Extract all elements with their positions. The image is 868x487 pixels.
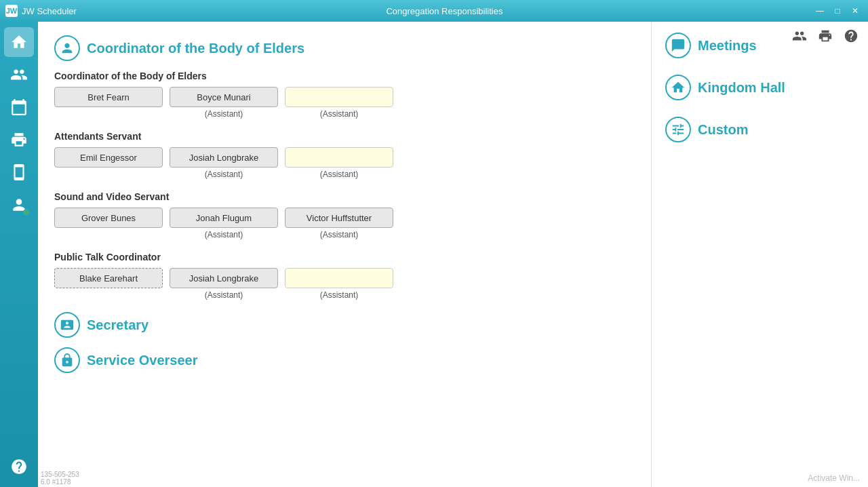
activate-windows: Activate Win... bbox=[808, 473, 860, 483]
attendants-assistant1-label: (Assistant) bbox=[205, 170, 243, 179]
sound-assistant1-label: (Assistant) bbox=[205, 230, 243, 239]
sidebar-item-home[interactable] bbox=[4, 27, 34, 57]
coordinator-assistant2-btn[interactable] bbox=[285, 87, 393, 107]
sidebar-item-help[interactable] bbox=[4, 452, 34, 482]
titlebar: JW JW Scheduler Congregation Responsibil… bbox=[0, 0, 868, 22]
sound-assistant1-btn[interactable]: Jonah Flugum bbox=[170, 208, 278, 228]
content-area: Coordinator of the Body of Elders Coordi… bbox=[38, 22, 868, 487]
people-icon bbox=[10, 66, 28, 83]
meetings-icon bbox=[665, 33, 691, 58]
coordinator-assistant1-label: (Assistant) bbox=[205, 109, 243, 119]
public-primary-btn[interactable]: Blake Earehart bbox=[54, 268, 163, 288]
role-attendants: Attendants Servant Emil Engessor Josiah … bbox=[54, 131, 635, 179]
sound-primary-cell: Grover Bunes bbox=[54, 208, 163, 228]
role-public-talk-label: Public Talk Coordinator bbox=[54, 252, 635, 262]
close-button[interactable]: ✕ bbox=[848, 3, 863, 18]
mobile-icon bbox=[10, 163, 28, 181]
attendants-assistant1-cell: Josiah Longbrake (Assistant) bbox=[170, 147, 278, 179]
kingdom-hall-title: Kingdom Hall bbox=[698, 80, 785, 96]
kingdom-hall-icon bbox=[665, 75, 691, 100]
sidebar-item-mobile[interactable] bbox=[4, 157, 34, 187]
sound-assistant2-btn[interactable]: Victor Huffstutter bbox=[285, 208, 393, 228]
public-assistant2-cell: (Assistant) bbox=[285, 268, 393, 300]
role-coordinator: Coordinator of the Body of Elders Bret F… bbox=[54, 71, 635, 119]
user-active-badge bbox=[23, 209, 30, 216]
secretary-section-header: Secretary bbox=[54, 312, 635, 338]
secretary-svg-icon bbox=[60, 317, 75, 332]
role-coordinator-row: Bret Fearn Boyce Munari (Assistant) (Ass… bbox=[54, 87, 635, 119]
coordinator-svg-icon bbox=[60, 41, 75, 56]
help-icon bbox=[10, 458, 28, 475]
sidebar-item-print[interactable] bbox=[4, 125, 34, 155]
coordinator-primary-btn[interactable]: Bret Fearn bbox=[54, 87, 163, 107]
sound-assistant1-cell: Jonah Flugum (Assistant) bbox=[170, 208, 278, 239]
attendants-assistant2-btn[interactable] bbox=[285, 147, 393, 168]
attendants-assistant1-btn[interactable]: Josiah Longbrake bbox=[170, 147, 278, 168]
public-assistant1-label: (Assistant) bbox=[205, 290, 243, 300]
main-panel: Coordinator of the Body of Elders Coordi… bbox=[38, 22, 651, 487]
app-name: JW Scheduler bbox=[22, 6, 77, 16]
role-coordinator-label: Coordinator of the Body of Elders bbox=[54, 71, 635, 81]
kingdom-hall-svg-icon bbox=[671, 80, 686, 95]
service-overseer-svg-icon bbox=[60, 353, 75, 368]
sidebar-item-calendar[interactable] bbox=[4, 92, 34, 122]
coordinator-assistant1-cell: Boyce Munari (Assistant) bbox=[170, 87, 278, 119]
sidebar bbox=[0, 22, 38, 487]
coordinator-icon bbox=[54, 35, 80, 61]
custom-svg-icon bbox=[671, 122, 686, 137]
right-custom-section[interactable]: Custom bbox=[665, 117, 854, 142]
secretary-section-title: Secretary bbox=[87, 317, 149, 333]
coordinator-section-header: Coordinator of the Body of Elders bbox=[54, 35, 635, 61]
meetings-svg-icon bbox=[671, 38, 686, 53]
role-attendants-label: Attendants Servant bbox=[54, 131, 635, 142]
meetings-title: Meetings bbox=[698, 38, 757, 54]
role-public-talk-row: Blake Earehart Josiah Longbrake (Assista… bbox=[54, 268, 635, 300]
service-overseer-section-header: Service Overseer bbox=[54, 347, 635, 373]
app-body: Coordinator of the Body of Elders Coordi… bbox=[0, 22, 868, 487]
public-assistant1-cell: Josiah Longbrake (Assistant) bbox=[170, 268, 278, 300]
maximize-button[interactable]: □ bbox=[830, 3, 845, 18]
role-attendants-row: Emil Engessor Josiah Longbrake (Assistan… bbox=[54, 147, 635, 179]
sidebar-item-user[interactable] bbox=[4, 190, 34, 220]
minimize-button[interactable]: — bbox=[812, 3, 827, 18]
coordinator-primary-cell: Bret Fearn bbox=[54, 87, 163, 107]
sound-primary-btn[interactable]: Grover Bunes bbox=[54, 208, 163, 228]
window-title: Congregation Responsibilities bbox=[77, 6, 812, 16]
attendants-primary-btn[interactable]: Emil Engessor bbox=[54, 147, 163, 168]
coordinator-assistant2-cell: (Assistant) bbox=[285, 87, 393, 119]
right-kingdom-hall-section[interactable]: Kingdom Hall bbox=[665, 75, 854, 100]
public-assistant1-btn[interactable]: Josiah Longbrake bbox=[170, 268, 278, 288]
secretary-icon bbox=[54, 312, 80, 338]
right-panel: Meetings Kingdom Hall Custom bbox=[651, 22, 868, 487]
print-icon bbox=[10, 131, 28, 149]
role-sound-video-label: Sound and Video Servant bbox=[54, 191, 635, 202]
home-icon bbox=[10, 33, 28, 51]
service-overseer-icon bbox=[54, 347, 80, 373]
coordinator-section-title: Coordinator of the Body of Elders bbox=[87, 41, 304, 56]
public-assistant2-btn[interactable] bbox=[285, 268, 393, 288]
titlebar-controls: — □ ✕ bbox=[812, 3, 863, 18]
public-primary-cell: Blake Earehart bbox=[54, 268, 163, 288]
service-overseer-section-title: Service Overseer bbox=[87, 353, 197, 368]
sidebar-item-people[interactable] bbox=[4, 60, 34, 90]
attendants-assistant2-cell: (Assistant) bbox=[285, 147, 393, 179]
coordinator-assistant1-btn[interactable]: Boyce Munari bbox=[170, 87, 278, 107]
attendants-assistant2-label: (Assistant) bbox=[320, 170, 359, 179]
role-public-talk: Public Talk Coordinator Blake Earehart J… bbox=[54, 252, 635, 300]
footer-build: 135-505-253 6.0 #1178 bbox=[41, 471, 79, 486]
public-assistant2-label: (Assistant) bbox=[320, 290, 359, 300]
titlebar-left: JW JW Scheduler bbox=[5, 5, 77, 17]
sound-assistant2-label: (Assistant) bbox=[320, 230, 359, 239]
coordinator-assistant2-label: (Assistant) bbox=[320, 109, 359, 119]
sound-assistant2-cell: Victor Huffstutter (Assistant) bbox=[285, 208, 393, 239]
app-icon: JW bbox=[5, 5, 18, 17]
custom-title: Custom bbox=[698, 122, 748, 138]
attendants-primary-cell: Emil Engessor bbox=[54, 147, 163, 168]
role-sound-video-row: Grover Bunes Jonah Flugum (Assistant) Vi… bbox=[54, 208, 635, 239]
role-sound-video: Sound and Video Servant Grover Bunes Jon… bbox=[54, 191, 635, 239]
calendar-icon bbox=[10, 98, 28, 116]
custom-icon bbox=[665, 117, 691, 142]
